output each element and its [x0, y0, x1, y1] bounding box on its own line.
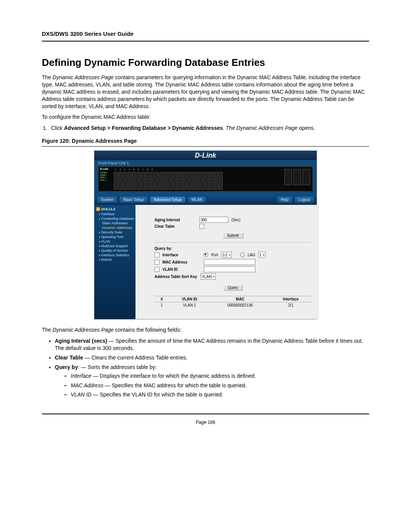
step1-result: The Dynamic Addresses Page	[226, 125, 298, 131]
query-interface-label: Interface	[162, 253, 201, 257]
sub-interface: Interface — Displays the interface to fo…	[64, 372, 369, 380]
field-aging-interval: Aging Interval (secs) — Specifies the am…	[55, 337, 369, 352]
query-sublist: Interface — Displays the interface to fo…	[64, 372, 369, 399]
cell-num: 1	[155, 302, 169, 308]
aging-interval-input[interactable]	[199, 217, 228, 223]
sidebar-item-rmon[interactable]: RMON	[96, 257, 134, 262]
front-panel: D Link xStackPWR ▪RPS ▪MST ▪ 1 2 3 4 5 6…	[94, 166, 317, 195]
fields-intro-page: Dynamic Addresses Page	[53, 327, 114, 333]
query-interface-checkbox[interactable]	[155, 252, 159, 257]
sort-key-select[interactable]: VLAN	[201, 273, 216, 280]
clear-table-checkbox[interactable]	[199, 224, 204, 229]
sidebar-item-vlan[interactable]: VLAN	[96, 239, 134, 244]
sidebar-ip-value: 10.6.11.2	[101, 207, 116, 211]
sidebar-ip: 📶 10.6.11.2	[96, 207, 134, 211]
aging-interval-label: Aging Interval	[155, 218, 196, 222]
field-query-desc: : — Sorts the addresses table by:	[78, 364, 157, 370]
config-line: To configure the Dynamic MAC Address tab…	[42, 113, 369, 121]
query-mac-label: MAC Address	[162, 260, 201, 264]
vlan-id-input[interactable]	[204, 266, 255, 272]
field-clear-name: Clear Table	[55, 355, 83, 361]
mac-address-input[interactable]	[204, 259, 255, 265]
cell-interface: 2/1	[270, 302, 311, 308]
results-header: # VLAN ID MAC Interface	[155, 296, 311, 302]
field-clear-table: Clear Table — Clears the current Address…	[55, 354, 369, 361]
intro-paragraph: The Dynamic Addresses Page contains para…	[42, 74, 369, 110]
sidebar-item-static-addresses[interactable]: Static Addresses	[96, 221, 134, 225]
steps-list: Click Advanced Setup > Forwarding Databa…	[49, 125, 369, 132]
query-button[interactable]: Query	[223, 285, 242, 291]
device-brand-label: D Link	[100, 168, 108, 170]
nav-sidebar: 📶 10.6.11.2 Interface Forwarding Databas…	[94, 205, 135, 319]
device-chassis: D Link xStackPWR ▪RPS ▪MST ▪ 1 2 3 4 5 6…	[98, 166, 313, 192]
brand-logo: D-Link	[94, 151, 317, 160]
field-aging-name: Aging Interval (secs)	[55, 338, 107, 344]
col-interface: Interface	[270, 296, 311, 302]
fields-intro-prefix: The	[42, 327, 53, 333]
sidebar-item-interface[interactable]: Interface	[96, 212, 134, 216]
sub-mac-desc: — Specifies the MAC address for which th…	[104, 382, 247, 388]
query-vlan-label: VLAN ID	[162, 267, 201, 272]
lag-select[interactable]: 1	[258, 252, 266, 258]
step1-path: Advanced Setup > Forwarding Database > D…	[64, 125, 223, 131]
device-leds: xStackPWR ▪RPS ▪MST ▪	[100, 171, 107, 181]
logout-button[interactable]: Logout	[294, 196, 314, 203]
guide-title: DXS/DWS 3200 Series User Guide	[42, 30, 369, 37]
sidebar-item-multicast-support[interactable]: Multicast Support	[96, 244, 134, 248]
sub-interface-desc: — Displays the interface to for which th…	[91, 373, 256, 379]
port-radio[interactable]	[204, 252, 208, 257]
field-query-name: Query by	[55, 364, 78, 370]
tab-advanced-setup[interactable]: Advanced Setup	[150, 196, 186, 203]
figure-caption: Figure 120: Dynamic Addresses Page	[42, 138, 369, 144]
tab-bar: System Basic Setup Advanced Setup WLAN H…	[94, 195, 317, 205]
section-heading: Defining Dynamic Forwarding Database Ent…	[42, 57, 369, 69]
field-query-by: Query by: — Sorts the addresses table by…	[55, 364, 369, 399]
tab-system[interactable]: System	[97, 196, 118, 203]
aging-interval-unit: (Sec)	[231, 218, 241, 222]
figure-rule	[42, 146, 369, 147]
col-vlan-id: VLAN ID	[169, 296, 210, 302]
sub-interface-name: Interface	[71, 373, 91, 379]
lag-label: LAG	[248, 253, 255, 257]
sidebar-item-security-suite[interactable]: Security Suite	[96, 230, 134, 235]
sidebar-item-quality-of-service[interactable]: Quality of Service	[96, 248, 134, 253]
query-by-heading: Query by:	[155, 246, 311, 251]
clear-table-label: Clear Table	[155, 224, 196, 228]
intro-prefix: The	[42, 74, 53, 80]
sub-mac: MAC Address — Specifies the MAC address …	[64, 382, 369, 389]
tab-wlan[interactable]: WLAN	[187, 196, 207, 203]
front-panel-label: Front Panel Unit 1:	[94, 160, 317, 166]
table-row: 1 VLAN 1 000000002136 2/1	[155, 302, 311, 308]
fields-list: Aging Interval (secs) — Specifies the am…	[55, 337, 369, 398]
sub-vlan-desc: — Specifies the VLAN ID for which the ta…	[91, 391, 223, 398]
lag-radio[interactable]	[240, 252, 245, 257]
content-pane: Aging Interval (Sec) Clear Table Submit …	[135, 205, 319, 319]
col-mac: MAC	[210, 296, 270, 302]
sub-vlan: VLAN ID — Specifies the VLAN ID for whic…	[64, 391, 369, 398]
query-vlan-checkbox[interactable]	[155, 267, 159, 272]
cell-vlan: VLAN 1	[169, 302, 210, 308]
footer-rule	[42, 414, 369, 414]
cell-mac: 000000002136	[210, 302, 270, 308]
sidebar-item-forwarding-database[interactable]: Forwarding Database	[96, 216, 134, 221]
sidebar-item-dynamic-addresses[interactable]: Dynamic Addresses	[96, 225, 134, 230]
query-mac-checkbox[interactable]	[155, 260, 159, 265]
step1-end: opens.	[298, 125, 315, 131]
port-label: Port	[211, 253, 218, 257]
fields-intro-rest: contains the following fields:	[114, 327, 182, 333]
port-select[interactable]: 1/1	[221, 252, 232, 258]
page-number: Page 186	[42, 420, 369, 425]
field-clear-desc: — Clears the current Address Table entri…	[83, 355, 187, 361]
col-num: #	[155, 296, 169, 302]
sidebar-item-interface-statistics[interactable]: Interface Statistics	[96, 253, 134, 257]
sidebar-item-spanning-tree[interactable]: Spanning Tree	[96, 235, 134, 239]
help-button[interactable]: Help	[277, 196, 293, 203]
screenshot-figure: D-Link Front Panel Unit 1: D Link xStack…	[94, 150, 317, 320]
step-1: Click Advanced Setup > Forwarding Databa…	[49, 125, 369, 132]
step1-prefix: Click	[51, 125, 64, 131]
submit-button[interactable]: Submit	[223, 233, 243, 238]
tab-basic-setup[interactable]: Basic Setup	[119, 196, 148, 203]
header-rule	[42, 41, 369, 42]
intro-page-name: Dynamic Addresses Page	[53, 74, 114, 80]
sub-vlan-name: VLAN ID	[71, 391, 91, 398]
